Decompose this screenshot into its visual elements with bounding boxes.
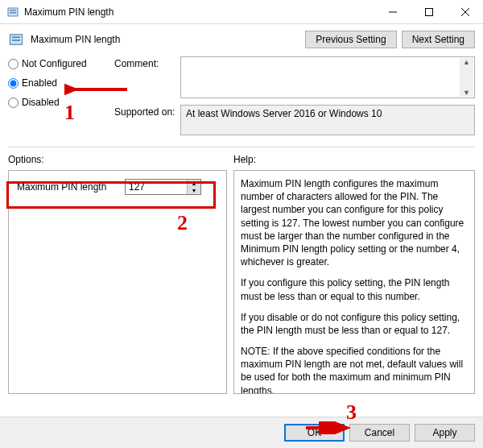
- help-text[interactable]: Maximum PIN length configures the maximu…: [234, 171, 474, 393]
- titlebar: Maximum PIN length: [0, 0, 483, 24]
- policy-icon: [8, 31, 24, 48]
- help-paragraph: NOTE: If the above specified conditions …: [241, 345, 466, 393]
- close-button[interactable]: [447, 0, 483, 24]
- svg-rect-4: [425, 8, 432, 15]
- help-paragraph: If you disable or do not configure this …: [241, 311, 466, 337]
- radio-not-configured[interactable]: Not Configured: [8, 58, 114, 69]
- radio-not-configured-input[interactable]: [8, 59, 19, 69]
- footer: OK Cancel Apply: [0, 417, 483, 448]
- svg-rect-9: [12, 39, 20, 41]
- scroll-down-icon[interactable]: ▼: [463, 89, 470, 97]
- radio-enabled[interactable]: Enabled: [8, 77, 114, 89]
- max-pin-length-spinner[interactable]: ▲ ▼: [125, 179, 201, 195]
- radio-disabled[interactable]: Disabled: [8, 97, 114, 108]
- scrollbar[interactable]: ▲ ▼: [460, 58, 473, 97]
- spin-down-button[interactable]: ▼: [188, 187, 200, 194]
- svg-rect-8: [12, 36, 20, 38]
- help-panel: Maximum PIN length configures the maximu…: [233, 170, 475, 394]
- svg-rect-1: [10, 10, 16, 11]
- window-title: Maximum PIN length: [24, 6, 374, 18]
- radio-enabled-input[interactable]: [8, 78, 19, 89]
- radio-disabled-input[interactable]: [8, 97, 19, 108]
- options-label: Options:: [8, 154, 233, 165]
- max-pin-length-label: Maximum PIN length: [17, 181, 120, 193]
- policy-icon: [6, 6, 19, 19]
- supported-label: Supported on:: [114, 105, 180, 118]
- comment-textarea[interactable]: ▲ ▼: [180, 56, 475, 98]
- next-setting-button[interactable]: Next Setting: [402, 31, 475, 48]
- apply-button[interactable]: Apply: [415, 424, 475, 442]
- radio-enabled-label: Enabled: [22, 77, 57, 89]
- radio-not-configured-label: Not Configured: [22, 58, 87, 69]
- maximize-button[interactable]: [411, 0, 447, 24]
- supported-on-value: At least Windows Server 2016 or Windows …: [180, 105, 475, 135]
- spin-up-button[interactable]: ▲: [188, 180, 200, 187]
- options-panel: Maximum PIN length ▲ ▼: [8, 170, 227, 394]
- divider: [8, 147, 475, 147]
- help-paragraph: Maximum PIN length configures the maximu…: [241, 177, 466, 268]
- radio-disabled-label: Disabled: [22, 97, 60, 108]
- help-label: Help:: [233, 154, 256, 165]
- page-title: Maximum PIN length: [31, 34, 305, 45]
- svg-rect-2: [10, 12, 16, 14]
- ok-button[interactable]: OK: [284, 424, 345, 442]
- comment-label: Comment:: [114, 56, 180, 69]
- previous-setting-button[interactable]: Previous Setting: [305, 31, 396, 48]
- max-pin-length-input[interactable]: [126, 180, 187, 194]
- help-paragraph: If you configure this policy setting, th…: [241, 276, 466, 302]
- cancel-button[interactable]: Cancel: [349, 424, 410, 442]
- scroll-up-icon[interactable]: ▲: [463, 58, 470, 66]
- minimize-button[interactable]: [374, 0, 411, 24]
